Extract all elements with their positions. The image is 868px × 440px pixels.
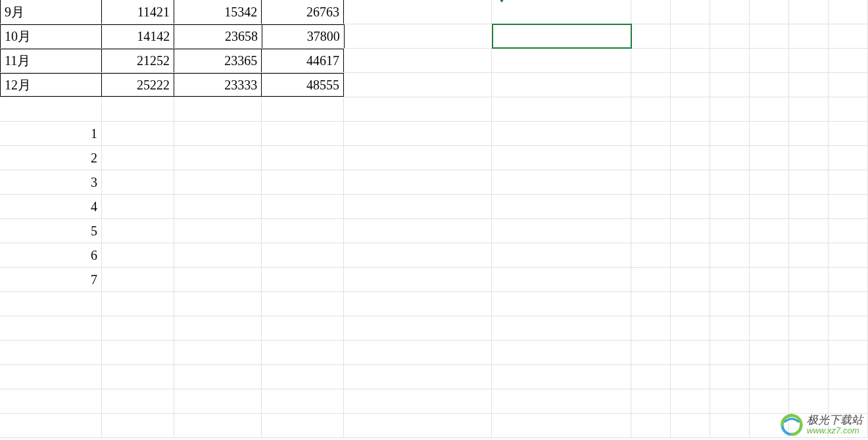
empty-cell[interactable] [102, 122, 174, 145]
empty-cell[interactable] [829, 268, 868, 291]
empty-cell[interactable] [671, 97, 710, 121]
empty-cell[interactable] [492, 122, 631, 145]
empty-cell[interactable] [789, 170, 829, 194]
empty-cell[interactable] [829, 170, 868, 194]
empty-cell[interactable] [789, 243, 829, 267]
empty-cell[interactable] [631, 219, 671, 243]
empty-cell[interactable] [671, 195, 710, 218]
empty-cell[interactable] [829, 24, 868, 48]
empty-cell[interactable] [344, 97, 492, 121]
spreadsheet-grid[interactable]: 9月 11421 15342 26763 10月 14142 23658 378… [0, 0, 868, 440]
empty-cell[interactable] [262, 170, 344, 194]
empty-cell[interactable] [262, 122, 344, 145]
empty-cell[interactable] [671, 292, 710, 316]
empty-cell[interactable] [710, 122, 750, 145]
empty-cell[interactable] [631, 0, 671, 24]
empty-cell[interactable] [344, 49, 492, 72]
empty-cell[interactable] [671, 219, 710, 243]
empty-cell[interactable] [789, 97, 829, 121]
empty-cell[interactable] [102, 219, 174, 243]
empty-cell[interactable] [492, 341, 631, 364]
empty-cell[interactable] [750, 389, 789, 413]
number-cell[interactable]: 7 [0, 268, 102, 291]
empty-cell[interactable] [631, 365, 671, 389]
empty-cell[interactable] [671, 365, 710, 389]
number-cell[interactable]: 6 [0, 243, 102, 267]
empty-cell[interactable] [174, 365, 262, 389]
empty-cell[interactable] [102, 195, 174, 218]
empty-cell[interactable] [262, 268, 344, 291]
empty-cell[interactable] [829, 73, 868, 97]
empty-cell[interactable] [492, 316, 631, 340]
empty-row[interactable] [0, 389, 868, 414]
empty-cell[interactable] [671, 389, 710, 413]
empty-cell[interactable] [710, 49, 750, 72]
value-cell[interactable]: 25222 [102, 73, 174, 97]
empty-cell[interactable] [0, 97, 102, 121]
empty-cell[interactable] [789, 365, 829, 389]
number-cell[interactable]: 1 [0, 122, 102, 145]
empty-cell[interactable] [750, 146, 789, 170]
empty-cell[interactable] [789, 219, 829, 243]
empty-row[interactable] [0, 414, 868, 438]
empty-cell[interactable] [631, 243, 671, 267]
empty-cell[interactable] [631, 389, 671, 413]
empty-cell[interactable] [0, 341, 102, 364]
empty-cell[interactable] [789, 24, 829, 48]
list-row[interactable]: 3 [0, 170, 868, 195]
empty-cell[interactable] [750, 219, 789, 243]
empty-cell[interactable] [789, 316, 829, 340]
empty-cell[interactable] [671, 316, 710, 340]
empty-cell[interactable] [631, 316, 671, 340]
empty-cell[interactable] [789, 195, 829, 218]
empty-cell[interactable] [789, 122, 829, 145]
empty-cell[interactable] [710, 365, 750, 389]
empty-cell[interactable] [344, 389, 492, 413]
empty-cell[interactable] [710, 389, 750, 413]
empty-cell[interactable] [750, 292, 789, 316]
empty-cell[interactable] [344, 73, 492, 97]
empty-cell[interactable] [344, 122, 492, 145]
empty-cell[interactable] [710, 73, 750, 97]
empty-cell[interactable] [174, 389, 262, 413]
number-cell[interactable]: 4 [0, 195, 102, 218]
empty-cell[interactable] [0, 389, 102, 413]
empty-cell[interactable] [262, 292, 344, 316]
empty-cell[interactable] [631, 341, 671, 364]
empty-cell[interactable] [710, 292, 750, 316]
empty-cell[interactable] [829, 389, 868, 413]
empty-cell[interactable] [174, 195, 262, 218]
empty-row[interactable] [0, 341, 868, 365]
empty-cell[interactable] [102, 414, 174, 437]
empty-cell[interactable] [710, 268, 750, 291]
empty-cell[interactable] [710, 146, 750, 170]
empty-cell[interactable] [102, 341, 174, 364]
empty-cell[interactable] [102, 243, 174, 267]
value-cell[interactable]: 23658 [174, 24, 262, 48]
empty-cell[interactable] [671, 73, 710, 97]
empty-cell[interactable] [829, 316, 868, 340]
selected-cell[interactable] [492, 24, 631, 49]
value-cell[interactable]: 11421 [102, 0, 174, 24]
empty-cell[interactable] [750, 97, 789, 121]
number-cell[interactable]: 2 [0, 146, 102, 170]
value-cell[interactable]: 44617 [262, 49, 344, 72]
empty-cell[interactable] [750, 316, 789, 340]
empty-cell[interactable] [174, 122, 262, 145]
empty-cell[interactable] [631, 414, 671, 437]
table-row[interactable]: 11月 21252 23365 44617 [0, 49, 868, 73]
empty-cell[interactable] [345, 24, 493, 48]
empty-cell[interactable] [0, 414, 102, 437]
empty-cell[interactable] [492, 268, 631, 291]
empty-cell[interactable] [829, 122, 868, 145]
list-row[interactable]: 7 [0, 268, 868, 292]
empty-cell[interactable] [344, 146, 492, 170]
empty-cell[interactable] [750, 341, 789, 364]
empty-cell[interactable] [829, 365, 868, 389]
empty-cell[interactable] [710, 0, 750, 24]
empty-cell[interactable] [492, 97, 631, 121]
empty-cell[interactable] [789, 268, 829, 291]
empty-cell[interactable] [344, 243, 492, 267]
empty-cell[interactable] [671, 122, 710, 145]
empty-cell[interactable] [344, 292, 492, 316]
